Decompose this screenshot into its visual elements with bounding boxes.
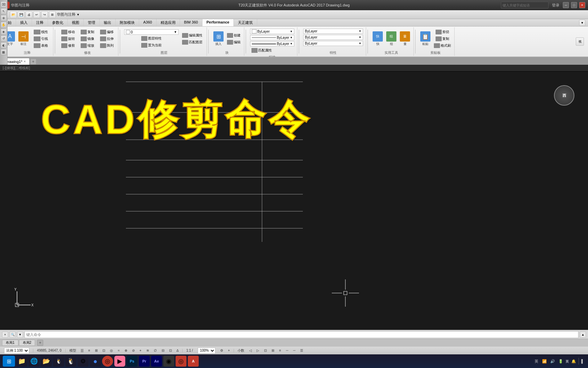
ribbon-btn-offset[interactable]: 偏移 xyxy=(97,29,116,35)
lineweight-dropdown-arrow[interactable]: ▼ xyxy=(290,42,293,45)
qa-undo[interactable]: ↩ xyxy=(33,11,40,18)
cmd-scroll-up[interactable]: ▲ xyxy=(580,332,586,338)
bylayer-dd3[interactable]: ▼ xyxy=(359,42,361,45)
close-button[interactable]: ✕ xyxy=(579,2,585,8)
tab-a360[interactable]: A360 xyxy=(139,19,157,26)
ribbon-btn-move[interactable]: 移动 xyxy=(59,29,77,35)
maximize-button[interactable]: □ xyxy=(571,2,577,8)
ribbon-btn-dimstyle[interactable]: ⊣ 标注 xyxy=(17,31,30,47)
status-extra1[interactable]: ◁ xyxy=(248,349,253,352)
taskbar-qq2[interactable]: 🐧 xyxy=(65,356,76,367)
scale-select[interactable]: 比例 1:100 比例 1:50 比例 1:200 xyxy=(4,348,29,354)
tray-wifi[interactable]: 📶 xyxy=(541,358,548,365)
ribbon-btn-mirror[interactable]: 镜像 xyxy=(78,36,97,42)
taskbar-pr[interactable]: Pr xyxy=(139,356,150,367)
layout-tab-1[interactable]: 布局1 xyxy=(2,340,18,346)
ribbon-btn-array[interactable]: 阵列 xyxy=(97,43,116,49)
ribbon-btn-scale[interactable]: 缩放 xyxy=(78,43,97,49)
status-extra5[interactable]: ≡ xyxy=(278,349,282,352)
status-polar[interactable]: ⊡ xyxy=(101,349,107,352)
ribbon-btn-paste[interactable]: 📋 粘贴 xyxy=(419,31,432,47)
tab-addmodule[interactable]: 附加模块 xyxy=(116,19,139,26)
tab-drawing1-close[interactable]: × xyxy=(24,60,26,63)
qa-save[interactable]: 💾 xyxy=(18,11,24,18)
status-snap[interactable]: ≡ xyxy=(87,349,92,352)
qa-open[interactable]: 📂 xyxy=(10,11,17,18)
ribbon-btn-measure[interactable]: 量 量 xyxy=(398,31,411,47)
layout-tab-2[interactable]: 布局2 xyxy=(19,340,35,346)
tab-performance[interactable]: Performance xyxy=(202,19,234,26)
ribbon-btn-trim[interactable]: 修剪 xyxy=(59,43,77,49)
taskbar-netease[interactable]: ◎ xyxy=(102,356,113,367)
ribbon-btn-setcurrent[interactable]: 置为当前 xyxy=(124,42,179,48)
ribbon-btn-leader[interactable]: 引线 xyxy=(31,36,51,42)
status-model[interactable]: 模型 xyxy=(68,348,78,353)
ribbon-btn-matchprop[interactable]: 匹配属性 xyxy=(250,47,294,53)
tray-clock[interactable]: 英 xyxy=(566,359,569,364)
qa-dropdown[interactable]: ▼ xyxy=(77,13,80,16)
status-qp[interactable]: ∅ xyxy=(152,349,158,352)
titlebar-login[interactable]: 登录 xyxy=(551,3,561,8)
qa-redo[interactable]: ↪ xyxy=(41,11,48,18)
bylayer-dd1[interactable]: ▼ xyxy=(359,30,361,33)
tray-sound[interactable]: 🔊 xyxy=(549,358,556,365)
ribbon-btn-insert-block[interactable]: ⊞ 插入 xyxy=(212,31,225,47)
qa-print[interactable]: 🖨 xyxy=(26,11,32,18)
cmd-hist[interactable]: ▼ xyxy=(17,332,23,338)
status-extra4[interactable]: ⊞ xyxy=(270,349,276,352)
start-button[interactable]: ⊞ xyxy=(3,356,15,367)
ribbon-btn-editattr[interactable]: 编辑属性 xyxy=(181,32,204,39)
minimize-button[interactable]: ─ xyxy=(563,2,569,8)
taskbar-ps[interactable]: Ps xyxy=(127,356,137,367)
tab-view[interactable]: 视图 xyxy=(68,19,84,26)
status-ortho[interactable]: ⊞ xyxy=(94,349,99,352)
status-settings[interactable]: ⚙ xyxy=(219,349,225,352)
tab-insert[interactable]: 插入 xyxy=(16,19,32,26)
status-extra6[interactable]: ─ xyxy=(284,349,290,352)
status-tp[interactable]: ≋ xyxy=(145,349,150,352)
ribbon-toggle[interactable]: ▼ xyxy=(579,20,585,26)
status-ann[interactable]: ∆ xyxy=(175,349,180,352)
ribbon-btn-quick[interactable]: 快 快 xyxy=(371,31,384,47)
tray-show-desktop[interactable]: ▌ xyxy=(578,358,585,365)
tab-tianzheng[interactable]: 天正建筑 xyxy=(234,19,257,26)
ribbon-btn-table[interactable]: 表格 xyxy=(31,43,51,49)
tab-output[interactable]: 输出 xyxy=(100,19,116,26)
ribbon-btn-layerprop[interactable]: 图层特性 xyxy=(124,35,179,42)
status-plus[interactable]: + xyxy=(227,349,231,352)
tab-add-button[interactable]: + xyxy=(30,59,36,65)
tab-annotate[interactable]: 注释 xyxy=(32,19,48,26)
ribbon-btn-copy2[interactable]: 复制 xyxy=(432,36,452,42)
ribbon-btn-cut[interactable]: 剪切 xyxy=(432,29,452,35)
status-grid[interactable]: ||| xyxy=(80,349,85,352)
ribbon-btn-copy[interactable]: 复制 xyxy=(78,29,97,35)
compass-widget[interactable]: 西 xyxy=(554,85,574,106)
status-sc[interactable]: ⊟ xyxy=(160,349,166,352)
tray-ime[interactable]: 英 xyxy=(533,358,540,365)
taskbar-explorer[interactable]: 📁 xyxy=(16,356,27,367)
taskbar-edge[interactable]: 🌐 xyxy=(29,356,39,367)
color-dropdown-arrow[interactable]: ▼ xyxy=(290,30,293,33)
status-scale[interactable]: 比例 1:100 比例 1:50 比例 1:200 xyxy=(3,348,31,354)
taskbar-chrome[interactable]: ● xyxy=(90,356,101,367)
cmd-close[interactable]: × xyxy=(2,332,8,338)
status-extra8[interactable]: ☰ xyxy=(299,349,305,352)
status-sel[interactable]: ⊡ xyxy=(168,349,173,352)
qa-workspace[interactable]: ⊞ xyxy=(49,11,56,18)
status-lw[interactable]: ⌖ xyxy=(138,349,143,353)
layer-dropdown-arrow[interactable]: ▼ xyxy=(174,30,177,34)
ribbon-btn-linetype[interactable]: 线性 xyxy=(31,29,51,35)
ribbon-btn-create[interactable]: 创建 xyxy=(226,32,242,39)
status-zoom-select[interactable]: 100% 50% 200% xyxy=(196,348,217,354)
taskbar-bilibili[interactable]: ▶ xyxy=(114,356,125,367)
layout-tab-add[interactable]: + xyxy=(37,340,43,346)
tab-manage[interactable]: 管理 xyxy=(84,19,100,26)
status-extra7[interactable]: ─ xyxy=(292,349,297,352)
bylayer-dd2[interactable]: ▼ xyxy=(359,36,361,39)
ribbon-btn-formatpaint[interactable]: 格式刷 xyxy=(432,43,452,49)
canvas-area[interactable]: CAD修剪命令 西 xyxy=(0,72,588,330)
ribbon-btn-rotate[interactable]: 旋转 xyxy=(59,36,77,42)
tab-parametric[interactable]: 参数化 xyxy=(48,19,68,26)
ribbon-btn-edit[interactable]: 编辑 xyxy=(226,39,242,45)
taskbar-qq1[interactable]: 🐧 xyxy=(53,356,64,367)
